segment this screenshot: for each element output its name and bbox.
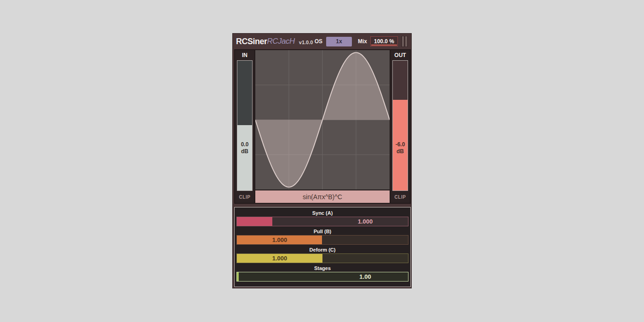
input-meter-value: 0.0 dB xyxy=(237,141,252,155)
formula-bar: sin(Aπx^B)^C xyxy=(255,190,390,203)
waveform-display xyxy=(255,50,390,190)
sync-value: 1.000 xyxy=(322,217,408,226)
plugin-window: RCSiner RCJacH v1.0.0 OS 1x Mix 100.0 % … xyxy=(232,33,412,288)
oversampling-select[interactable]: 1x xyxy=(326,37,352,46)
formula-text: sin(Aπx^B)^C xyxy=(303,193,342,201)
input-meter-column: IN 0.0 dB CLIP xyxy=(235,50,254,203)
waveform-svg xyxy=(255,50,390,190)
output-meter-label: OUT xyxy=(391,50,410,60)
oversampling-label: OS xyxy=(315,38,322,45)
deform-value: 1.000 xyxy=(237,254,322,263)
deform-slider[interactable]: 1.000 xyxy=(236,253,408,263)
stages-slider-fill xyxy=(237,272,239,281)
pull-label: Pull (B) xyxy=(236,228,408,235)
stages-label: Stages xyxy=(236,264,408,272)
mix-fill-bar xyxy=(371,45,397,46)
plugin-author: RCJacH xyxy=(267,37,295,46)
pull-slider[interactable]: 1.000 xyxy=(236,235,408,245)
stages-slider[interactable]: 1.00 xyxy=(236,272,408,282)
output-meter-value: -6.0 dB xyxy=(393,141,408,155)
stages-value: 1.00 xyxy=(322,272,408,281)
input-meter-fill xyxy=(237,125,252,190)
window-grip-icon[interactable] xyxy=(401,36,408,47)
mix-label: Mix xyxy=(358,38,367,45)
pull-value: 1.000 xyxy=(237,236,322,244)
sync-slider[interactable]: 1.000 xyxy=(236,217,408,226)
display-column: sin(Aπx^B)^C xyxy=(255,50,390,203)
input-clip-button[interactable]: CLIP xyxy=(235,191,254,203)
input-meter-label: IN xyxy=(235,50,254,60)
sync-slider-fill xyxy=(237,217,272,226)
plugin-version: v1.0.0 xyxy=(299,40,313,45)
input-meter: 0.0 dB xyxy=(237,60,253,191)
deform-label: Deform (C) xyxy=(236,246,408,253)
mix-field[interactable]: 100.0 % xyxy=(370,36,398,46)
desktop-background: RCSiner RCJacH v1.0.0 OS 1x Mix 100.0 % … xyxy=(0,0,644,322)
plugin-title: RCSiner xyxy=(236,37,267,46)
output-meter: -6.0 dB xyxy=(392,60,408,191)
sync-label: Sync (A) xyxy=(236,209,408,217)
mix-value: 100.0 % xyxy=(374,38,394,45)
header-bar: RCSiner RCJacH v1.0.0 OS 1x Mix 100.0 % xyxy=(233,34,411,49)
output-meter-column: OUT -6.0 dB CLIP xyxy=(391,50,410,203)
params-panel: Sync (A) 1.000 Pull (B) 1.000 Deform (C)… xyxy=(234,207,411,287)
output-clip-button[interactable]: CLIP xyxy=(391,191,410,203)
main-display-group: IN 0.0 dB CLIP sin(Aπx^B)^C xyxy=(234,49,411,204)
